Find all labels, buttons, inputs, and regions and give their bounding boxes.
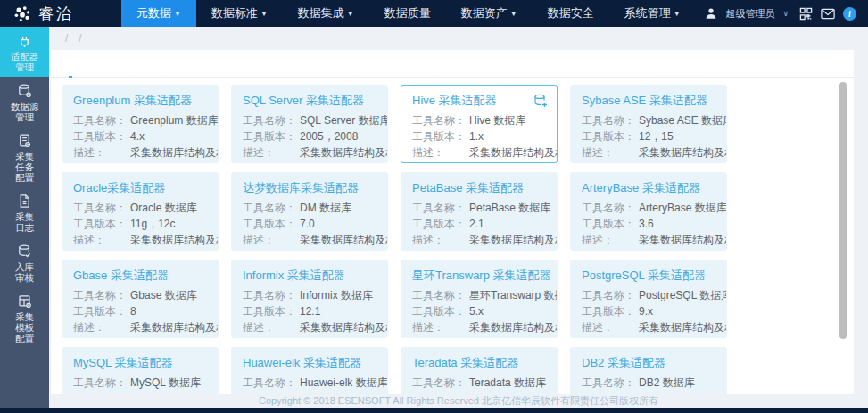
- breadcrumb-separator: /: [79, 32, 81, 45]
- nav-item[interactable]: 元数据▼: [121, 0, 196, 27]
- tool-name-label: 工具名称：: [73, 112, 130, 128]
- scrollbar-track[interactable]: [839, 82, 847, 339]
- adapter-card[interactable]: Hive 采集适配器 工具名称： Hive 数据库 工具版本： 1.x 描述： …: [401, 85, 558, 163]
- adapter-card-title[interactable]: PostgreSQL 采集适配器: [582, 268, 715, 283]
- database-icon: [16, 82, 33, 99]
- tool-version-value: 12，15: [639, 128, 674, 145]
- tool-name-label: 工具名称：: [582, 112, 639, 128]
- adapter-card[interactable]: MySQL 采集适配器 工具名称： MySQL 数据库: [62, 347, 219, 394]
- content-column: // Greenplum 采集适配器 工具名称： Greenplum 数据库 工…: [49, 27, 868, 408]
- description-value: 采集数据库结构及相关对象: [130, 319, 219, 335]
- adapter-card[interactable]: PostgreSQL 采集适配器 工具名称： PostgreSQL 数据库 工具…: [570, 260, 727, 338]
- breadcrumb: //: [49, 27, 868, 50]
- adapter-card-title[interactable]: Huawei-elk 采集适配器: [243, 356, 376, 370]
- plug-icon: [16, 32, 33, 49]
- adapter-card[interactable]: 星环Transwarp 采集适配器 工具名称： 星环Transwarp 数据库 …: [401, 260, 558, 338]
- audit-check-icon: [16, 243, 33, 260]
- user-name[interactable]: 超级管理员: [725, 7, 774, 21]
- description-value: 采集数据库结构及相关对象: [469, 232, 558, 248]
- adapter-card[interactable]: PetaBase 采集适配器 工具名称： PetaBase 数据库 工具版本： …: [401, 172, 558, 251]
- database-add-icon[interactable]: [533, 94, 548, 112]
- tool-name-value: SQL Server 数据库: [300, 112, 388, 128]
- tool-version-label: 工具版本：: [73, 128, 130, 145]
- adapter-card-title[interactable]: DB2 采集适配器: [582, 356, 715, 370]
- adapter-card-title[interactable]: Gbase 采集适配器: [73, 268, 207, 283]
- app-title: 睿治: [38, 4, 74, 24]
- description-label: 描述：: [582, 232, 639, 248]
- tab[interactable]: [149, 64, 153, 77]
- adapter-card-title[interactable]: SQL Server 采集适配器: [243, 94, 376, 108]
- caret-down-icon: ▼: [260, 10, 268, 18]
- top-navbar: 睿治 元数据▼数据标准▼数据集成▼数据质量数据资产▼数据安全系统管理▼ 超级管理…: [0, 0, 868, 27]
- footer: Copyright © 2018 ESENSOFT All Rights Res…: [49, 394, 868, 408]
- adapter-card[interactable]: SQL Server 采集适配器 工具名称： SQL Server 数据库 工具…: [231, 85, 388, 163]
- tool-name-label: 工具名称：: [412, 287, 469, 303]
- adapter-card-title[interactable]: PetaBase 采集适配器: [412, 181, 546, 195]
- adapter-card-title[interactable]: 星环Transwarp 采集适配器: [412, 268, 546, 283]
- adapter-card-title[interactable]: 达梦数据库采集适配器: [243, 181, 376, 195]
- sidebar-item[interactable]: 数据源管理: [0, 77, 49, 127]
- tool-version-label: 工具版本：: [582, 303, 639, 319]
- adapter-card[interactable]: Informix 采集适配器 工具名称： Informix 数据库 工具版本： …: [231, 260, 388, 338]
- adapter-card-title[interactable]: Teradata 采集适配器: [412, 356, 546, 370]
- scrollbar-thumb[interactable]: [839, 82, 847, 339]
- adapter-card[interactable]: Huawei-elk 采集适配器 工具名称： Huawei-elk 数据库: [231, 347, 388, 394]
- tool-name-value: Greenplum 数据库: [130, 112, 219, 128]
- tool-name-label: 工具名称：: [582, 287, 639, 303]
- adapter-card-title[interactable]: ArteryBase 采集适配器: [582, 181, 715, 195]
- nav-item[interactable]: 数据质量: [369, 0, 446, 27]
- breadcrumb-separator: /: [65, 32, 68, 45]
- tool-name-label: 工具名称：: [412, 375, 469, 391]
- mail-icon[interactable]: [821, 8, 835, 20]
- adapter-card[interactable]: DB2 采集适配器 工具名称： DB2 数据库: [570, 347, 727, 394]
- adapter-card[interactable]: Greenplum 采集适配器 工具名称： Greenplum 数据库 工具版本…: [62, 85, 219, 163]
- tool-name-label: 工具名称：: [243, 375, 300, 391]
- adapter-card-title[interactable]: MySQL 采集适配器: [73, 356, 207, 370]
- tool-version-label: 工具版本：: [243, 128, 300, 145]
- brand-logo[interactable]: 睿治: [0, 4, 120, 24]
- adapter-card-title[interactable]: Hive 采集适配器: [412, 94, 546, 108]
- tool-name-value: PostgreSQL 数据库: [639, 287, 727, 303]
- tab[interactable]: [69, 64, 72, 77]
- nav-item[interactable]: 数据资产▼: [446, 0, 533, 27]
- info-icon[interactable]: i: [843, 7, 856, 21]
- adapter-card-title[interactable]: Sybase ASE 采集适配器: [582, 94, 715, 108]
- tool-version-value: 5.x: [469, 303, 484, 319]
- adapter-card[interactable]: Sybase ASE 采集适配器 工具名称： Sybase ASE 数据库 工具…: [570, 85, 727, 163]
- description-label: 描述：: [73, 319, 130, 335]
- adapter-card[interactable]: Teradata 采集适配器 工具名称： Teradata 数据库: [401, 347, 558, 394]
- adapter-card-title[interactable]: Informix 采集适配器: [243, 268, 376, 283]
- adapter-card-title[interactable]: Oracle采集适配器: [73, 181, 207, 195]
- adapter-card[interactable]: Gbase 采集适配器 工具名称： Gbase 数据库 工具版本： 8 描述： …: [62, 260, 219, 338]
- nav-item[interactable]: 数据安全: [533, 0, 609, 27]
- description-value: 采集数据库结构及相关对象: [639, 319, 727, 335]
- tool-version-value: 9.x: [639, 303, 653, 319]
- adapter-card-title[interactable]: Greenplum 采集适配器: [73, 94, 207, 108]
- sidebar-item[interactable]: 采集模板配置: [0, 287, 49, 348]
- qr-code-icon[interactable]: [799, 7, 813, 21]
- adapter-card[interactable]: Oracle采集适配器 工具名称： Oracle 数据库 工具版本： 11g，1…: [62, 172, 219, 251]
- sidebar-item[interactable]: 采集日志: [0, 187, 49, 237]
- tool-name-label: 工具名称：: [412, 112, 469, 128]
- tab[interactable]: [122, 64, 126, 77]
- tab-bar: [51, 50, 854, 78]
- adapter-card[interactable]: ArteryBase 采集适配器 工具名称： ArteryBase 数据库 工具…: [570, 172, 727, 251]
- sidebar-item[interactable]: 适配器管理: [0, 27, 49, 77]
- tool-name-label: 工具名称：: [73, 200, 130, 216]
- nav-item[interactable]: 数据标准▼: [196, 0, 283, 27]
- tool-name-label: 工具名称：: [243, 200, 300, 216]
- adapter-card[interactable]: 达梦数据库采集适配器 工具名称： DM 数据库 工具版本： 7.0 描述： 采集…: [231, 172, 388, 251]
- description-value: 采集数据库结构及相关对象: [300, 232, 388, 248]
- chevron-down-icon[interactable]: ∨: [782, 9, 789, 18]
- sidebar-item[interactable]: 入库审核: [0, 237, 49, 287]
- tab[interactable]: [95, 64, 99, 77]
- sidebar-item[interactable]: 采集任务配置: [0, 127, 49, 187]
- nav-item[interactable]: 系统管理▼: [609, 0, 696, 27]
- tool-name-value: Teradata 数据库: [469, 375, 546, 391]
- nav-item[interactable]: 数据集成▼: [283, 0, 369, 27]
- tool-name-value: PetaBase 数据库: [469, 200, 550, 216]
- user-avatar-icon[interactable]: [705, 7, 717, 20]
- tool-version-label: 工具版本：: [412, 303, 469, 319]
- tool-version-label: 工具版本：: [243, 216, 300, 232]
- task-config-icon: [16, 132, 33, 149]
